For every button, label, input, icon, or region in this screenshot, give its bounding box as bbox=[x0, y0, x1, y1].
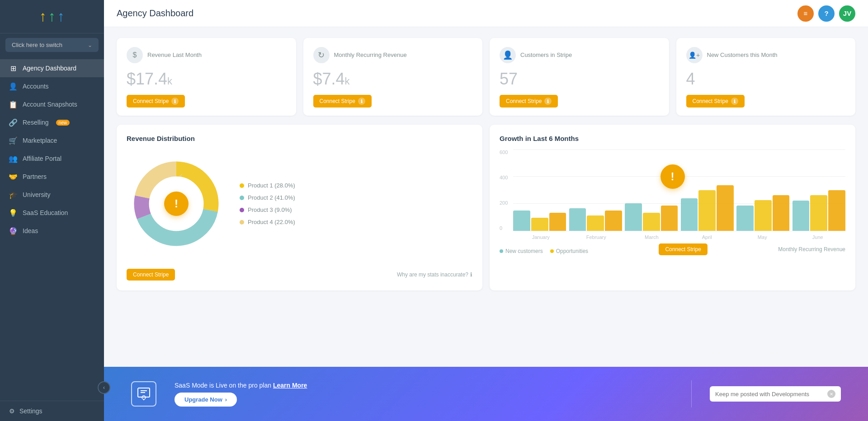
legend-dot bbox=[240, 220, 244, 225]
bar-group-february bbox=[569, 150, 623, 231]
bar-mrr bbox=[773, 195, 790, 231]
legend-new-customers: New customers bbox=[500, 248, 543, 254]
connect-stripe-label: Connect Stripe bbox=[133, 271, 169, 278]
stat-card-value: 57 bbox=[500, 70, 659, 89]
connect-stripe-button[interactable]: Connect Stripe ℹ bbox=[313, 95, 372, 108]
bar-new-customers bbox=[793, 201, 810, 231]
recurring-icon: ↻ bbox=[313, 47, 330, 63]
switch-account-button[interactable]: Click here to switch ⌄ bbox=[5, 38, 99, 52]
sidebar-item-ideas[interactable]: 🔮 Ideas bbox=[0, 222, 104, 240]
nav-list: ⊞ Agency Dashboard 👤 Accounts 📋 Account … bbox=[0, 56, 104, 401]
connect-stripe-label: Connect Stripe bbox=[320, 98, 355, 104]
settings-nav-item[interactable]: ⚙ Settings bbox=[0, 401, 104, 421]
stat-card-header: $ Revenue Last Month bbox=[127, 47, 286, 63]
sidebar-item-label: Affiliate Portal bbox=[23, 155, 61, 162]
menu-icon: ≡ bbox=[804, 9, 808, 17]
avatar: JV bbox=[843, 9, 851, 17]
keep-posted-input[interactable] bbox=[715, 391, 827, 398]
bar-opportunities bbox=[531, 218, 548, 231]
stat-card-value: $7.4k bbox=[313, 70, 473, 89]
stat-card-header: ↻ Monthly Recurring Revenue bbox=[313, 47, 473, 63]
ideas-icon: 🔮 bbox=[9, 227, 17, 235]
logo-icon: ↑ ↑ ↑ bbox=[39, 8, 65, 25]
sidebar-item-account-snapshots[interactable]: 📋 Account Snapshots bbox=[0, 95, 104, 113]
connect-stripe-label: Connect Stripe bbox=[665, 246, 701, 253]
chart-title: Revenue Distribution bbox=[127, 135, 472, 142]
why-stats-link[interactable]: Why are my stats inaccurate? ℹ bbox=[397, 271, 472, 278]
sidebar-item-saas-education[interactable]: 💡 SaaS Education bbox=[0, 204, 104, 222]
bar-new-customers bbox=[736, 206, 754, 231]
collapse-sidebar-button[interactable]: ‹ bbox=[98, 381, 110, 394]
info-icon: ℹ bbox=[544, 98, 552, 105]
connect-stripe-button[interactable]: Connect Stripe bbox=[659, 243, 707, 255]
legend-item-1: Product 1 (28.0%) bbox=[240, 182, 295, 189]
stat-card-header: 👤 Customers in Stripe bbox=[500, 47, 659, 63]
stat-card-label: Revenue Last Month bbox=[147, 51, 202, 59]
legend-dot bbox=[550, 249, 554, 253]
university-icon: 🎓 bbox=[9, 191, 17, 199]
sidebar-item-accounts[interactable]: 👤 Accounts bbox=[0, 77, 104, 95]
connect-stripe-button[interactable]: Connect Stripe ℹ bbox=[500, 95, 558, 108]
legend-dot bbox=[240, 183, 244, 188]
banner-text: SaaS Mode is Live on the pro plan Learn … bbox=[175, 382, 673, 407]
new-badge: new bbox=[56, 120, 70, 126]
collapse-icon: ‹ bbox=[103, 384, 105, 391]
keep-posted-close-button[interactable]: ✕ bbox=[827, 390, 835, 398]
stat-card-revenue-last-month: $ Revenue Last Month $17.4k Connect Stri… bbox=[117, 38, 296, 116]
sidebar-item-affiliate-portal[interactable]: 👥 Affiliate Portal bbox=[0, 150, 104, 168]
connect-stripe-button[interactable]: Connect Stripe ℹ bbox=[686, 95, 745, 108]
sidebar-item-label: Marketplace bbox=[23, 137, 57, 144]
sidebar-item-reselling[interactable]: 🔗 Reselling new bbox=[0, 113, 104, 131]
sidebar-item-marketplace[interactable]: 🛒 Marketplace bbox=[0, 131, 104, 150]
chart-title: Growth in Last 6 Months bbox=[500, 135, 845, 142]
y-label: 0 bbox=[500, 225, 508, 231]
charts-row: Revenue Distribution bbox=[117, 125, 855, 290]
settings-label: Settings bbox=[19, 407, 42, 415]
bar-mrr bbox=[549, 213, 566, 231]
donut-chart-area: ! Product 1 (28.0%) Product 2 (41.0%) bbox=[127, 150, 472, 267]
bar-opportunities bbox=[755, 200, 772, 231]
stat-card-label: New Customers this Month bbox=[707, 51, 778, 59]
saas-mode-text: SaaS Mode is Live on the pro plan bbox=[175, 382, 273, 389]
sidebar-item-agency-dashboard[interactable]: ⊞ Agency Dashboard bbox=[0, 59, 104, 77]
stat-card-header: 👤+ New Customers this Month bbox=[686, 47, 846, 63]
why-label: Why are my stats inaccurate? bbox=[397, 271, 468, 278]
arrow-green-icon: ↑ bbox=[48, 8, 56, 25]
donut-warning-icon: ! bbox=[164, 192, 189, 216]
help-button[interactable]: ? bbox=[818, 5, 835, 22]
sidebar-item-label: Agency Dashboard bbox=[23, 65, 76, 72]
x-label: January bbox=[513, 234, 569, 240]
bar-opportunities bbox=[587, 215, 604, 231]
sidebar-item-label: Partners bbox=[23, 173, 47, 180]
menu-button[interactable]: ≡ bbox=[797, 5, 814, 22]
sidebar-item-partners[interactable]: 🤝 Partners bbox=[0, 168, 104, 186]
connect-stripe-label: Connect Stripe bbox=[693, 98, 728, 104]
legend-dot bbox=[240, 208, 244, 212]
x-label: April bbox=[679, 234, 735, 240]
growth-chart-footer: New customers Opportunities Connect Stri… bbox=[500, 243, 845, 255]
sidebar-item-university[interactable]: 🎓 University bbox=[0, 186, 104, 204]
grid-line bbox=[513, 231, 845, 231]
mrr-legend-label: Monthly Recurring Revenue bbox=[778, 246, 845, 253]
info-icon: ℹ bbox=[171, 98, 179, 105]
learn-more-link[interactable]: Learn More bbox=[273, 382, 307, 389]
upgrade-button[interactable]: Upgrade Now › bbox=[175, 393, 237, 407]
sidebar-item-label: SaaS Education bbox=[23, 209, 68, 216]
stat-card-value: $17.4k bbox=[127, 70, 286, 89]
reselling-icon: 🔗 bbox=[9, 118, 17, 126]
stat-card-label: Monthly Recurring Revenue bbox=[334, 51, 407, 59]
user-avatar-button[interactable]: JV bbox=[839, 5, 855, 22]
connect-stripe-button[interactable]: Connect Stripe ℹ bbox=[127, 95, 185, 108]
stat-card-new-customers: 👤+ New Customers this Month 4 Connect St… bbox=[676, 38, 856, 116]
settings-icon: ⚙ bbox=[9, 407, 15, 415]
bar-new-customers bbox=[681, 198, 698, 231]
x-axis: January February March April May June bbox=[513, 234, 845, 240]
donut-chart: ! bbox=[127, 154, 226, 253]
legend-label: Product 1 (28.0%) bbox=[248, 182, 295, 189]
stat-card-customers-in-stripe: 👤 Customers in Stripe 57 Connect Stripe … bbox=[490, 38, 669, 116]
bar-mrr bbox=[605, 210, 622, 231]
connect-stripe-button[interactable]: Connect Stripe bbox=[127, 269, 175, 281]
y-label: 600 bbox=[500, 150, 508, 155]
legend-label: Opportunities bbox=[556, 248, 588, 254]
help-icon: ? bbox=[824, 9, 828, 17]
